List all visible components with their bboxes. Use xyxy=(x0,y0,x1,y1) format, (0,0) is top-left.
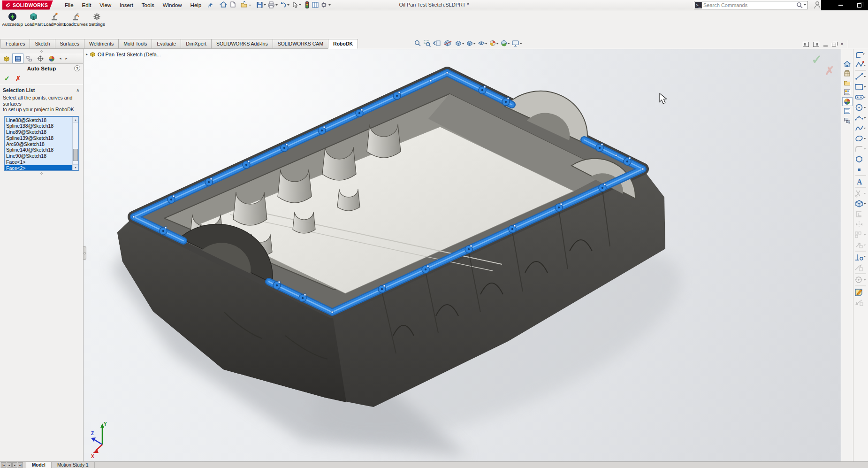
feature-tree-root-label[interactable]: Oil Pan Test Sketch (Defa... xyxy=(98,52,161,57)
zoom-to-fit-icon[interactable] xyxy=(415,41,420,46)
scroll-up-icon[interactable]: ▴ xyxy=(73,117,78,123)
prev-study-button[interactable]: ◂ xyxy=(7,462,12,468)
last-study-button[interactable]: ▸| xyxy=(18,462,23,468)
list-item-selected[interactable]: Face<2> xyxy=(5,165,72,171)
menu-window[interactable]: Window xyxy=(159,1,186,9)
loadcurves-button[interactable]: LoadCurves xyxy=(65,12,86,29)
hide-show-dropdown-icon[interactable] xyxy=(485,43,487,45)
cancel-button[interactable]: ✗ xyxy=(15,75,21,82)
search-input[interactable] xyxy=(703,2,795,8)
collapse-left-pane-icon[interactable] xyxy=(803,42,809,47)
tab-model[interactable]: Model xyxy=(26,462,52,468)
home-icon[interactable] xyxy=(221,2,226,7)
undo-dropdown-icon[interactable] xyxy=(287,4,289,6)
ok-button[interactable]: ✓ xyxy=(4,75,10,82)
repair-sketch-tool[interactable] xyxy=(855,265,862,271)
list-item[interactable]: Spline140@Sketch18 xyxy=(5,147,72,153)
list-item[interactable]: Line90@Sketch18 xyxy=(5,153,72,159)
tab-solidworks-addins[interactable]: SOLIDWORKS Add-Ins xyxy=(211,39,273,49)
expand-tree-icon[interactable]: ▸ xyxy=(86,52,88,56)
mirror-entities-tool[interactable] xyxy=(856,221,862,228)
linear-sketch-pattern-tool[interactable] xyxy=(855,232,866,238)
sketch-fillet-tool[interactable] xyxy=(856,146,866,152)
viewport-confirm-ok-icon[interactable]: ✓ xyxy=(811,52,822,67)
hide-show-items-icon[interactable] xyxy=(479,42,484,45)
design-library-button[interactable] xyxy=(842,69,853,78)
instant2d-tool[interactable] xyxy=(856,300,863,306)
search-commands-box[interactable]: >_ xyxy=(694,1,808,9)
section-view-icon[interactable] xyxy=(444,40,451,46)
tab-configuration-manager[interactable] xyxy=(23,54,35,63)
offset-entities-tool[interactable] xyxy=(857,211,861,217)
collapse-section-icon[interactable]: ∧ xyxy=(76,88,79,92)
panel-splitter-handle[interactable] xyxy=(84,246,86,260)
collapse-right-pane-icon[interactable] xyxy=(813,42,819,47)
menu-tools[interactable]: Tools xyxy=(137,1,159,9)
options-dropdown-icon[interactable] xyxy=(328,4,331,6)
restore-button[interactable] xyxy=(857,3,861,8)
tab-solidworks-cam[interactable]: SOLIDWORKS CAM xyxy=(273,39,328,49)
corner-rectangle-tool[interactable] xyxy=(855,84,866,90)
feature-tree-breadcrumb[interactable]: ▸ Oil Pan Test Sketch (Defa... xyxy=(86,51,161,57)
view-settings-dropdown-icon[interactable] xyxy=(520,43,522,45)
sketch-tool[interactable] xyxy=(856,53,865,57)
menu-help[interactable]: Help xyxy=(186,1,206,9)
appearances-scenes-button[interactable] xyxy=(842,97,853,106)
selection-list-header[interactable]: Selection List ∧ xyxy=(0,86,83,94)
list-item[interactable]: Line89@Sketch18 xyxy=(5,129,72,135)
trim-entities-tool[interactable] xyxy=(855,191,866,197)
design-table-icon[interactable] xyxy=(312,2,318,8)
listbox-resize-handle[interactable] xyxy=(0,171,83,176)
list-item[interactable]: Spline139@Sketch18 xyxy=(5,135,72,141)
view-orientation-dropdown-icon[interactable] xyxy=(462,43,464,45)
search-scope-icon[interactable]: >_ xyxy=(695,2,702,8)
display-style-dropdown-icon[interactable] xyxy=(473,43,475,45)
edit-appearance-icon[interactable] xyxy=(490,41,495,46)
tab-display-manager[interactable] xyxy=(46,54,57,63)
file-explorer-button[interactable] xyxy=(842,78,853,87)
tab-mold-tools[interactable]: Mold Tools xyxy=(118,39,152,49)
convert-entities-tool[interactable] xyxy=(856,200,866,207)
user-account-icon[interactable] xyxy=(814,1,821,9)
next-study-button[interactable]: ▸ xyxy=(12,462,17,468)
menu-edit[interactable]: Edit xyxy=(78,1,96,9)
pin-menu-icon[interactable] xyxy=(207,2,213,8)
new-document-icon[interactable] xyxy=(231,2,235,7)
save-icon[interactable] xyxy=(257,2,262,8)
apply-scene-icon[interactable] xyxy=(502,41,507,46)
open-document-icon[interactable] xyxy=(241,1,251,7)
search-magnifier-icon[interactable] xyxy=(795,2,807,8)
previous-view-icon[interactable] xyxy=(434,41,440,46)
tab-evaluate[interactable]: Evaluate xyxy=(152,39,181,49)
ellipse-tool[interactable] xyxy=(855,135,866,142)
zoom-to-area-icon[interactable] xyxy=(424,40,431,47)
options-gear-icon[interactable] xyxy=(321,2,327,8)
move-entities-tool[interactable] xyxy=(856,243,866,248)
scrollbar-thumb[interactable] xyxy=(73,149,78,161)
quick-snaps-tool[interactable] xyxy=(855,277,866,283)
list-item[interactable]: Spline138@Sketch18 xyxy=(5,123,72,129)
menu-insert[interactable]: Insert xyxy=(115,1,137,9)
smart-dimension-tool[interactable] xyxy=(856,61,866,67)
line-tool[interactable] xyxy=(855,73,866,80)
select-cursor-icon[interactable] xyxy=(293,2,297,8)
view-palette-button[interactable] xyxy=(842,88,853,97)
tab-features[interactable]: Features xyxy=(0,39,30,49)
print-dropdown-icon[interactable] xyxy=(275,4,278,6)
save-dropdown-icon[interactable] xyxy=(264,4,266,6)
tab-surfaces[interactable]: Surfaces xyxy=(55,39,84,49)
selection-listbox[interactable]: Line88@Sketch18 Spline138@Sketch18 Line8… xyxy=(4,116,79,171)
tab-feature-manager[interactable] xyxy=(1,54,12,63)
panel-tabs-next-icon[interactable]: ▸ xyxy=(63,54,69,63)
listbox-scrollbar[interactable]: ▴ ▾ xyxy=(72,117,78,170)
loadpart-button[interactable]: LoadPart xyxy=(23,12,44,29)
graphics-viewport[interactable]: ▸ Oil Pan Test Sketch (Defa... ✓ ✗ xyxy=(84,49,841,461)
spline-tool[interactable] xyxy=(856,126,866,130)
rapid-sketch-tool[interactable] xyxy=(855,289,862,296)
view-orientation-icon[interactable] xyxy=(456,41,461,46)
viewport-confirm-cancel-icon[interactable]: ✗ xyxy=(825,64,834,77)
select-dropdown-icon[interactable] xyxy=(299,4,301,6)
scroll-down-icon[interactable]: ▾ xyxy=(73,164,78,170)
loadpoints-button[interactable]: LoadPoints xyxy=(44,12,65,29)
view-settings-icon[interactable] xyxy=(512,41,518,46)
